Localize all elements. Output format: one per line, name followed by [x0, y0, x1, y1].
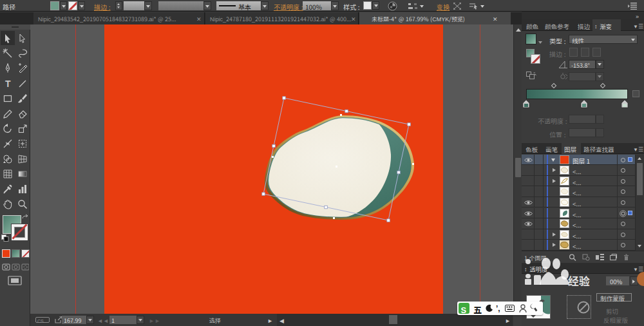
svg-text:T: T [5, 79, 11, 89]
